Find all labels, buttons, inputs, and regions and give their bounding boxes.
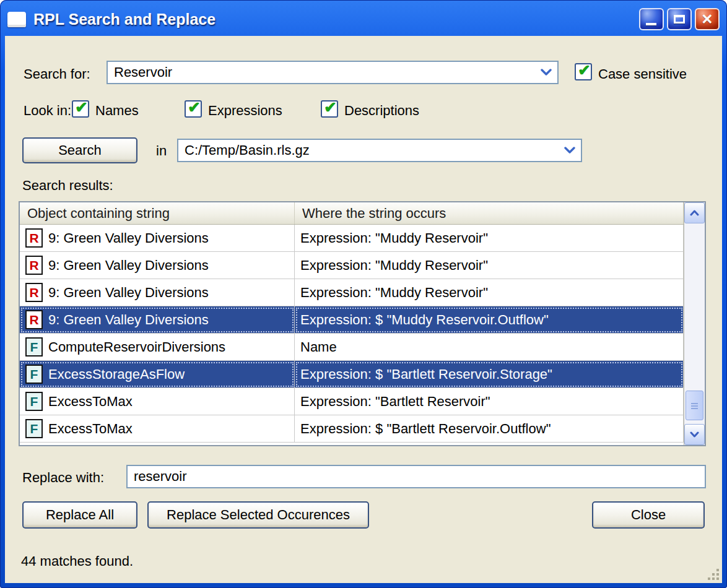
file-combobox-value: C:/Temp/Basin.rls.gz [178, 140, 559, 161]
search-for-value: Reservoir [108, 62, 535, 83]
replace-input[interactable] [126, 465, 706, 488]
table-row[interactable]: R 9: Green Valley Diversions Expression:… [20, 306, 684, 334]
title-bar[interactable]: RPL Search and Replace [4, 4, 723, 35]
names-checkbox[interactable] [72, 100, 89, 118]
close-button[interactable]: Close [592, 501, 705, 529]
where-cell[interactable]: Expression: "Bartlett Reservoir" [295, 388, 684, 415]
expressions-checkbox-label: Expressions [208, 102, 282, 119]
replace-selected-button[interactable]: Replace Selected Occurences [147, 501, 369, 529]
replace-with-label: Replace with: [22, 469, 104, 486]
minimize-button[interactable] [639, 8, 664, 30]
search-button[interactable]: Search [22, 137, 137, 163]
window-title: RPL Search and Replace [33, 11, 632, 28]
status-text: 44 matches found. [21, 553, 133, 569]
table-row[interactable]: F ExcessToMax Expression: $ "Bartlett Re… [20, 415, 684, 443]
where-text: Name [300, 339, 337, 355]
object-cell[interactable]: R 9: Green Valley Diversions [20, 306, 295, 334]
rule-icon: R [25, 283, 43, 302]
where-cell[interactable]: Name [295, 334, 684, 361]
chevron-down-icon[interactable] [559, 140, 581, 161]
object-cell[interactable]: F ExcessToMax [20, 388, 295, 415]
table-row[interactable]: R 9: Green Valley Diversions Expression:… [20, 279, 684, 306]
minimize-icon [646, 23, 656, 25]
chevron-down-icon[interactable] [535, 62, 557, 83]
column-header-object[interactable]: Object containing string [20, 202, 295, 224]
rule-icon: R [25, 228, 43, 248]
object-name: 9: Green Valley Diversions [48, 285, 209, 301]
table-row[interactable]: F ComputeReservoirDiversions Name [20, 334, 684, 361]
object-cell[interactable]: F ComputeReservoirDiversions [20, 334, 295, 361]
where-cell[interactable]: Expression: "Muddy Reservoir" [295, 252, 684, 279]
object-name: 9: Green Valley Diversions [48, 312, 209, 328]
close-window-button[interactable] [695, 8, 720, 30]
in-label: in [156, 142, 167, 160]
maximize-button[interactable] [667, 8, 692, 30]
results-table-main: Object containing string Where the strin… [20, 202, 684, 445]
object-cell[interactable]: F ExcessStorageAsFlow [20, 361, 295, 388]
maximize-icon [674, 15, 685, 24]
object-name: 9: Green Valley Diversions [48, 230, 209, 246]
rule-icon: R [25, 256, 43, 275]
results-rows: R 9: Green Valley Diversions Expression:… [20, 225, 684, 445]
scroll-down-button[interactable] [684, 424, 705, 445]
descriptions-checkbox-label: Descriptions [344, 102, 419, 119]
window-icon[interactable] [7, 12, 26, 27]
object-name: 9: Green Valley Diversions [48, 257, 209, 274]
case-sensitive-label: Case sensitive [598, 66, 687, 83]
object-name: ExcessToMax [48, 421, 133, 437]
object-name: ComputeReservoirDiversions [48, 339, 225, 355]
object-name: ExcessStorageAsFlow [48, 366, 185, 383]
dialog-window: RPL Search and Replace Search for: Reser… [0, 0, 727, 588]
scrollbar-thumb[interactable] [686, 391, 703, 420]
table-row[interactable]: F ExcessStorageAsFlow Expression: $ "Bar… [20, 361, 684, 388]
client-area: Search for: Reservoir Case sensitive Loo… [5, 36, 722, 583]
replace-all-button[interactable]: Replace All [22, 501, 137, 529]
where-cell[interactable]: Expression: $ "Bartlett Reservoir.Storag… [295, 361, 684, 388]
expressions-checkbox[interactable] [185, 100, 202, 118]
object-cell[interactable]: R 9: Green Valley Diversions [20, 225, 295, 252]
vertical-scrollbar[interactable] [684, 202, 705, 445]
function-icon: F [25, 365, 43, 384]
where-cell[interactable]: Expression: $ "Bartlett Reservoir.Outflo… [295, 415, 684, 443]
search-for-combobox[interactable]: Reservoir [107, 61, 559, 84]
where-text: Expression: "Bartlett Reservoir" [300, 394, 490, 410]
results-header: Object containing string Where the strin… [20, 202, 684, 225]
where-text: Expression: $ "Bartlett Reservoir.Outflo… [300, 421, 551, 437]
where-cell[interactable]: Expression: "Muddy Reservoir" [295, 279, 684, 306]
results-table: Object containing string Where the strin… [19, 201, 706, 446]
descriptions-checkbox[interactable] [321, 100, 338, 118]
scrollbar-track[interactable] [684, 223, 705, 424]
object-cell[interactable]: F ExcessToMax [20, 415, 295, 443]
rule-icon: R [25, 310, 43, 329]
where-text: Expression: "Muddy Reservoir" [300, 285, 488, 301]
column-header-where[interactable]: Where the string occurs [295, 202, 684, 224]
where-cell[interactable]: Expression: $ "Muddy Reservoir.Outflow" [295, 306, 684, 334]
look-in-label: Look in: [24, 102, 71, 119]
table-row[interactable]: R 9: Green Valley Diversions Expression:… [20, 252, 684, 279]
object-cell[interactable]: R 9: Green Valley Diversions [20, 279, 295, 306]
function-icon: F [25, 337, 43, 357]
where-text: Expression: $ "Muddy Reservoir.Outflow" [300, 312, 549, 328]
search-for-label: Search for: [24, 66, 90, 83]
case-sensitive-checkbox[interactable] [575, 63, 592, 80]
resize-grip[interactable] [707, 568, 720, 581]
where-text: Expression: "Muddy Reservoir" [300, 230, 488, 246]
function-icon: F [25, 392, 43, 411]
function-icon: F [25, 419, 43, 438]
object-name: ExcessToMax [48, 394, 133, 410]
where-text: Expression: "Muddy Reservoir" [300, 257, 488, 274]
object-cell[interactable]: R 9: Green Valley Diversions [20, 252, 295, 279]
table-row[interactable]: R 9: Green Valley Diversions Expression:… [20, 225, 684, 252]
window-controls [639, 8, 720, 30]
search-results-label: Search results: [22, 177, 113, 194]
file-combobox[interactable]: C:/Temp/Basin.rls.gz [177, 139, 582, 162]
scroll-up-button[interactable] [684, 202, 705, 223]
where-cell[interactable]: Expression: "Muddy Reservoir" [295, 225, 684, 252]
table-row[interactable]: F ExcessToMax Expression: "Bartlett Rese… [20, 388, 684, 415]
where-text: Expression: $ "Bartlett Reservoir.Storag… [300, 366, 552, 383]
names-checkbox-label: Names [95, 102, 139, 119]
